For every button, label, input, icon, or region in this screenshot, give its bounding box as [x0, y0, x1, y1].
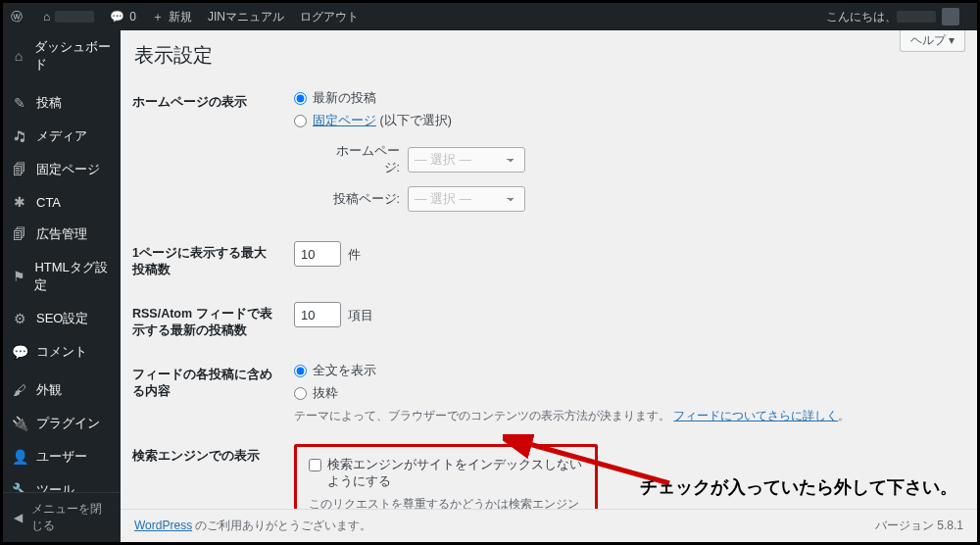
media-icon: 🎝	[11, 128, 28, 144]
homepage-select[interactable]: — 選択 —	[408, 147, 525, 173]
plug-icon: 🔌	[11, 416, 28, 431]
flag-icon: ⚑	[11, 269, 26, 284]
feed-learn-more-link[interactable]: フィードについてさらに詳しく	[673, 409, 838, 422]
menu-media[interactable]: 🎝メディア	[3, 120, 121, 153]
posts-per-page-unit: 件	[348, 248, 361, 262]
radio-static-page[interactable]	[294, 115, 307, 127]
help-tab[interactable]: ヘルプ ▾	[900, 30, 965, 52]
comments-link[interactable]: 💬0	[102, 3, 144, 30]
radio-feed-summary-label[interactable]: 抜粋	[313, 385, 338, 402]
ads-icon: 🗐	[11, 226, 28, 242]
content-area: ヘルプ ▾ 表示設定 ホームページの表示 最新の投稿 固定ページ (以下で選択)…	[121, 30, 977, 542]
seo-checkbox-label-wrap[interactable]: 検索エンジンがサイトをインデックスしないようにする	[309, 457, 583, 490]
menu-comments[interactable]: 💬コメント	[3, 335, 121, 369]
radio-static-page-label[interactable]: 固定ページ (以下で選択)	[313, 113, 452, 129]
page-title: 表示設定	[132, 38, 959, 80]
menu-pages[interactable]: 🗐固定ページ	[3, 153, 121, 186]
seo-discourage-checkbox[interactable]	[309, 459, 321, 471]
plus-icon: ＋	[152, 9, 164, 25]
footer-wordpress-link[interactable]: WordPress	[134, 519, 192, 532]
annotation-text: チェックが入っていたら外して下さい。	[640, 475, 957, 499]
menu-plugins[interactable]: 🔌プラグイン	[3, 407, 121, 440]
admin-sidebar: ⌂ダッシュボード ✎投稿 🎝メディア 🗐固定ページ ✱CTA 🗐広告管理 ⚑HT…	[3, 30, 121, 542]
brush-icon: 🖌	[11, 382, 28, 398]
footer-thanks-text: のご利用ありがとうございます。	[192, 519, 371, 532]
admin-footer: WordPress のご利用ありがとうございます。 バージョン 5.8.1	[121, 509, 977, 542]
site-name-placeholder	[55, 11, 94, 23]
menu-users[interactable]: 👤ユーザー	[3, 440, 121, 473]
user-avatar	[942, 8, 959, 25]
menu-seo[interactable]: ⚙SEO設定	[3, 302, 121, 335]
home-icon: ⌂	[43, 10, 50, 24]
gear-icon: ⚙	[11, 311, 28, 326]
feed-content-label: フィードの各投稿に含める内容	[132, 353, 284, 434]
rss-items-label: RSS/Atom フィードで表示する最新の投稿数	[132, 292, 284, 353]
collapse-icon: ◀	[11, 511, 25, 524]
dashboard-icon: ⌂	[11, 48, 26, 64]
jin-manual-link[interactable]: JINマニュアル	[200, 3, 292, 30]
menu-posts[interactable]: ✎投稿	[3, 86, 121, 120]
posts-icon: ✎	[11, 95, 28, 111]
wordpress-icon: ⓦ	[11, 9, 23, 25]
greeting-prefix: こんにちは、	[826, 9, 897, 25]
settings-form: ホームページの表示 最新の投稿 固定ページ (以下で選択) ホームページ: — …	[132, 80, 959, 542]
user-icon: 👤	[11, 449, 28, 465]
menu-dashboard[interactable]: ⌂ダッシュボード	[3, 30, 121, 81]
menu-cta[interactable]: ✱CTA	[3, 186, 121, 218]
wp-logo-menu[interactable]: ⓦ	[3, 3, 35, 30]
posts-per-page-label: 1ページに表示する最大投稿数	[132, 231, 284, 292]
postspage-select[interactable]: — 選択 —	[408, 186, 525, 212]
comments-count: 0	[129, 10, 136, 24]
radio-feed-summary[interactable]	[294, 387, 307, 400]
seo-checkbox-label: 検索エンジンがサイトをインデックスしないようにする	[327, 457, 583, 490]
collapse-menu[interactable]: ◀メニューを閉じる	[3, 492, 121, 542]
static-page-link[interactable]: 固定ページ	[313, 114, 376, 127]
comments-icon: 💬	[110, 10, 124, 24]
site-home-link[interactable]: ⌂	[35, 3, 102, 30]
postspage-select-label: 投稿ページ:	[321, 191, 400, 208]
radio-latest-posts[interactable]	[294, 92, 307, 105]
logout-link[interactable]: ログアウト	[292, 3, 367, 30]
radio-feed-full[interactable]	[294, 365, 307, 377]
feed-content-desc: テーマによって、ブラウザーでのコンテンツの表示方法が決まります。 フィードについ…	[294, 408, 950, 424]
homepage-label: ホームページの表示	[132, 80, 284, 231]
rss-items-unit: 項目	[348, 309, 373, 322]
menu-ads[interactable]: 🗐広告管理	[3, 218, 121, 251]
new-content-menu[interactable]: ＋新規	[144, 3, 200, 30]
footer-version: バージョン 5.8.1	[875, 518, 963, 534]
username-placeholder	[897, 11, 936, 23]
menu-appearance[interactable]: 🖌外観	[3, 373, 121, 407]
comments-icon: 💬	[11, 344, 28, 360]
pages-icon: 🗐	[11, 162, 28, 177]
posts-per-page-input[interactable]	[294, 241, 341, 267]
radio-feed-full-label[interactable]: 全文を表示	[313, 363, 376, 379]
cta-icon: ✱	[11, 194, 28, 210]
homepage-select-label: ホームページ:	[321, 143, 400, 176]
rss-items-input[interactable]	[294, 302, 341, 327]
menu-htmltag[interactable]: ⚑HTMLタグ設定	[3, 251, 121, 302]
my-account-menu[interactable]: こんにちは、	[818, 3, 967, 30]
radio-latest-posts-label[interactable]: 最新の投稿	[313, 90, 376, 107]
new-label: 新規	[169, 9, 192, 25]
admin-toolbar: ⓦ ⌂ 💬0 ＋新規 JINマニュアル ログアウト こんにちは、	[3, 3, 977, 30]
